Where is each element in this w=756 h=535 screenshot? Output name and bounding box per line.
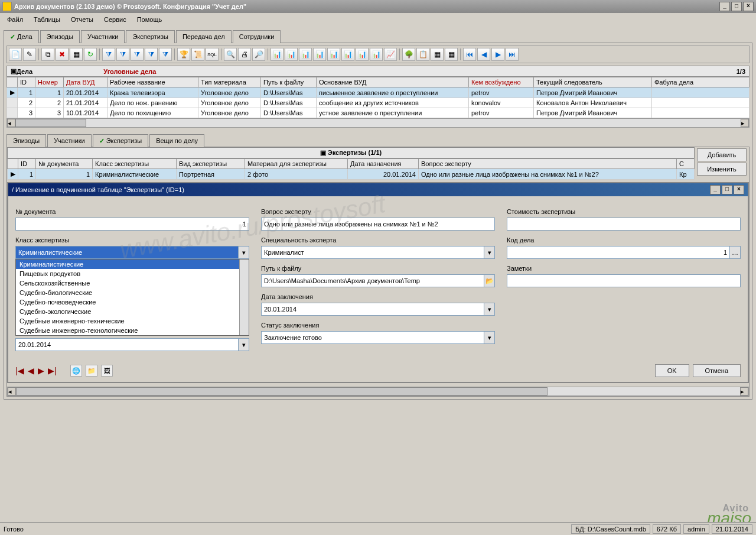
delete-icon[interactable]: ✖ bbox=[56, 48, 69, 61]
first-icon[interactable]: ⏮ bbox=[463, 48, 476, 61]
class-combo[interactable] bbox=[15, 246, 239, 259]
cancel-button[interactable]: Отмена bbox=[693, 364, 741, 377]
expertise-table[interactable]: ID№ документаКласс экспертизыВид эксперт… bbox=[7, 158, 695, 180]
ok-button[interactable]: OK bbox=[655, 364, 689, 377]
filter3-icon[interactable]: ⧩ bbox=[131, 48, 144, 61]
cost-input[interactable] bbox=[507, 218, 741, 231]
table-row[interactable]: ▶11КриминалистическиеПортретная2 фото20.… bbox=[8, 169, 695, 180]
edit-dialog: / Изменение в подчиненной таблице "Экспе… bbox=[7, 182, 749, 383]
avito-watermark: Avito bbox=[723, 503, 749, 514]
img-icon[interactable]: 🖼 bbox=[101, 365, 113, 377]
tree1-icon[interactable]: 🌳 bbox=[402, 48, 415, 61]
filter2-icon[interactable]: ⧩ bbox=[116, 48, 129, 61]
export3-icon[interactable]: 📊 bbox=[299, 48, 312, 61]
status-text: Готово bbox=[4, 526, 24, 533]
tab-expertise[interactable]: Экспертизы bbox=[126, 30, 174, 43]
chart-icon[interactable]: 📈 bbox=[384, 48, 397, 61]
edit-button[interactable]: Изменить bbox=[697, 163, 747, 176]
dlg-max-button[interactable]: □ bbox=[722, 185, 732, 194]
tab-episodes[interactable]: Эпизоды bbox=[40, 30, 80, 43]
filter4-icon[interactable]: ⧩ bbox=[145, 48, 158, 61]
dlg-min-button[interactable]: _ bbox=[710, 185, 721, 194]
next-icon[interactable]: ▶ bbox=[491, 48, 504, 61]
table-row[interactable]: 22 21.01.2014Дело по нож. ранениюУголовн… bbox=[7, 98, 750, 108]
menu-file[interactable]: Файл bbox=[2, 15, 28, 24]
subtab-participants[interactable]: Участники bbox=[47, 134, 92, 147]
status-combo[interactable] bbox=[261, 331, 484, 344]
export1-icon[interactable]: 📊 bbox=[271, 48, 284, 61]
sql-icon[interactable]: SQL bbox=[206, 48, 219, 61]
rec-first-icon[interactable]: |◀ bbox=[15, 366, 24, 375]
spec-combo[interactable] bbox=[261, 246, 484, 259]
grid-icon[interactable]: ▦ bbox=[70, 48, 83, 61]
subtab-items[interactable]: Вещи по делу bbox=[149, 134, 204, 147]
rec-next-icon[interactable]: ▶ bbox=[38, 366, 44, 375]
minimize-button[interactable]: _ bbox=[719, 2, 730, 11]
grid-header-bar: ▣ Дела Уголовные дела 1/3 bbox=[6, 66, 750, 77]
last-icon[interactable]: ⏭ bbox=[506, 48, 519, 61]
rec-last-icon[interactable]: ▶| bbox=[48, 366, 57, 375]
tree4-icon[interactable]: ▦ bbox=[445, 48, 458, 61]
case-code-input[interactable] bbox=[507, 246, 730, 259]
date-assign-input[interactable] bbox=[15, 338, 239, 351]
copy-icon[interactable]: ⧉ bbox=[41, 48, 54, 61]
rec-prev-icon[interactable]: ◀ bbox=[28, 366, 34, 375]
tree3-icon[interactable]: ▦ bbox=[431, 48, 444, 61]
prev-icon[interactable]: ◀ bbox=[477, 48, 490, 61]
dropdown-arrow-icon[interactable]: ▾ bbox=[484, 246, 495, 259]
edit-icon[interactable]: ✎ bbox=[23, 48, 36, 61]
tab-staff[interactable]: Сотрудники bbox=[233, 30, 281, 43]
refresh-icon[interactable]: ↻ bbox=[84, 48, 97, 61]
dlg-close-button[interactable]: × bbox=[734, 185, 744, 194]
menu-reports[interactable]: Отчеты bbox=[66, 15, 98, 24]
export4-icon[interactable]: 📊 bbox=[313, 48, 326, 61]
table-row[interactable]: ▶11 20.01.2014Кража телевизораУголовное … bbox=[7, 87, 750, 98]
export6-icon[interactable]: 📊 bbox=[341, 48, 354, 61]
ellipsis-button[interactable]: … bbox=[730, 246, 741, 259]
script-icon[interactable]: 📜 bbox=[191, 48, 204, 61]
export2-icon[interactable]: 📊 bbox=[285, 48, 298, 61]
notes-input[interactable] bbox=[507, 274, 741, 287]
filter5-icon[interactable]: ⧩ bbox=[159, 48, 172, 61]
folder-icon[interactable]: 📁 bbox=[86, 365, 97, 377]
subtab-expertise[interactable]: ✓Экспертизы bbox=[93, 134, 148, 147]
app-icon bbox=[2, 2, 12, 11]
trophy-icon[interactable]: 🏆 bbox=[177, 48, 190, 61]
table-row[interactable]: 33 10.01.2014Дело по похищениюУголовное … bbox=[7, 108, 750, 118]
tree2-icon[interactable]: 📋 bbox=[416, 48, 429, 61]
preview-icon[interactable]: 🔎 bbox=[252, 48, 265, 61]
subtab-episodes[interactable]: Эпизоды bbox=[6, 134, 46, 147]
dropdown-arrow-icon[interactable]: ▾ bbox=[239, 338, 249, 351]
menu-service[interactable]: Сервис bbox=[99, 15, 131, 24]
dropdown-arrow-icon[interactable]: ▾ bbox=[484, 331, 495, 344]
doc-no-input[interactable] bbox=[15, 218, 249, 231]
filter1-icon[interactable]: ⧩ bbox=[102, 48, 115, 61]
export8-icon[interactable]: 📊 bbox=[370, 48, 383, 61]
close-button[interactable]: × bbox=[743, 2, 754, 11]
globe-icon[interactable]: 🌐 bbox=[70, 365, 82, 377]
h-scrollbar-2[interactable]: ◂▸ bbox=[7, 387, 749, 396]
menu-help[interactable]: Помощь bbox=[132, 15, 167, 24]
tab-transfer[interactable]: Передача дел bbox=[176, 30, 232, 43]
question-input[interactable] bbox=[261, 218, 495, 231]
menu-tables[interactable]: Таблицы bbox=[29, 15, 65, 24]
class-dropdown-list[interactable]: Криминалистические Пищевых продуктов Сел… bbox=[15, 259, 249, 336]
search-icon[interactable]: 🔍 bbox=[224, 48, 237, 61]
concl-date-input[interactable] bbox=[261, 303, 484, 316]
dropdown-arrow-icon[interactable]: ▾ bbox=[484, 303, 495, 316]
export5-icon[interactable]: 📊 bbox=[327, 48, 340, 61]
print-icon[interactable]: 🖨 bbox=[238, 48, 251, 61]
dd-scrollbar[interactable] bbox=[239, 260, 249, 335]
path-input[interactable] bbox=[261, 274, 484, 287]
tab-cases[interactable]: ✓Дела bbox=[4, 30, 39, 43]
new-icon[interactable]: 📄 bbox=[9, 48, 22, 61]
export7-icon[interactable]: 📊 bbox=[356, 48, 369, 61]
dialog-title: / Изменение в подчиненной таблице "Экспе… bbox=[12, 186, 184, 193]
cases-table[interactable]: IDНомерДата ВУД Рабочее названиеТип мате… bbox=[6, 77, 750, 118]
tab-participants[interactable]: Участники bbox=[81, 30, 125, 43]
h-scrollbar[interactable]: ◂▸ bbox=[6, 118, 750, 128]
maximize-button[interactable]: □ bbox=[731, 2, 742, 11]
add-button[interactable]: Добавить bbox=[697, 148, 747, 161]
browse-icon[interactable]: 📂 bbox=[484, 274, 495, 287]
dropdown-arrow-icon[interactable]: ▾ bbox=[239, 246, 249, 259]
